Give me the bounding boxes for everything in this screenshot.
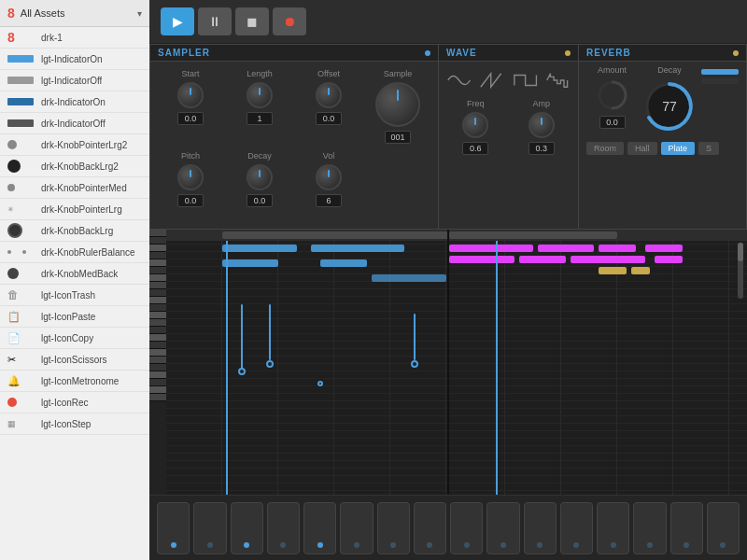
note-block-pink	[449, 245, 533, 252]
pad-12[interactable]	[560, 502, 593, 554]
pad-9[interactable]	[450, 502, 483, 554]
sidebar-item-lgt-iconmetronome[interactable]: 🔔 lgt-IconMetronome	[0, 371, 149, 392]
sidebar-item-drk-indicatoron[interactable]: drk-IndicatorOn	[0, 91, 149, 113]
pad-led-11	[537, 542, 543, 548]
reverb-buttons: Room Hall Plate S	[579, 138, 746, 159]
room-button[interactable]: Room	[586, 142, 624, 155]
pad-2[interactable]	[193, 502, 226, 554]
reverb-header: REVERB	[579, 45, 746, 62]
sidebar-item-lgt-indicatoron[interactable]: lgt-IndicatorOn	[0, 49, 149, 70]
sample-knob[interactable]	[375, 82, 420, 127]
pads-row	[149, 495, 747, 560]
note-handle[interactable]	[238, 368, 246, 375]
square-wave-button[interactable]	[513, 69, 538, 91]
decay-knob[interactable]	[247, 164, 273, 190]
rec-icon	[7, 397, 34, 408]
sidebar-item-lgt-iconpaste[interactable]: 📋 lgt-IconPaste	[0, 306, 149, 328]
saw-wave-button[interactable]	[479, 69, 504, 91]
sidebar-item-drk-knobpointerlrg2[interactable]: drk-KnobPointerLrg2	[0, 134, 149, 156]
sidebar-header[interactable]: 8 All Assets ▾	[0, 0, 149, 27]
length-knob[interactable]	[247, 82, 273, 108]
length-value: 1	[247, 112, 273, 125]
sidebar-item-lgt-indicatoroff[interactable]: lgt-IndicatorOff	[0, 70, 149, 91]
decay-label: Decay	[247, 151, 272, 161]
pad-led-3	[244, 542, 249, 548]
sidebar-item-lgt-iconrec[interactable]: lgt-IconRec	[0, 392, 149, 413]
pad-14[interactable]	[633, 502, 666, 554]
hall-button[interactable]: Hall	[627, 142, 657, 155]
sidebar-label: drk-KnobBackLrg2	[41, 161, 119, 172]
sine-wave-button[interactable]	[446, 69, 472, 91]
sidebar-item-drk-knobpointerlrg[interactable]: ✳ drk-KnobPointerLrg	[0, 199, 149, 220]
sidebar-item-lgt-iconscissors[interactable]: ✂ lgt-IconScissors	[0, 349, 149, 371]
sidebar-item-drk-knobbalance[interactable]: drk-KnobRulerBalance	[0, 242, 149, 263]
note-handle[interactable]	[266, 360, 274, 368]
wave-knobs: Freq 0.6 Amp 0.3	[439, 99, 578, 155]
pad-7[interactable]	[377, 502, 410, 554]
sidebar-label: drk-1	[41, 33, 63, 43]
pad-led-12	[573, 542, 579, 548]
pitch-knob[interactable]	[177, 164, 204, 190]
record-button[interactable]: ⏺	[273, 7, 306, 35]
sidebar-icon-lgt-indicatoroff	[7, 75, 34, 86]
sidebar-item-lgt-iconcopy[interactable]: 📄 lgt-IconCopy	[0, 328, 149, 349]
pad-led-9	[464, 542, 470, 548]
note-handle[interactable]	[317, 381, 323, 386]
vol-value: 6	[316, 194, 342, 207]
stop-button[interactable]: ◼	[235, 7, 269, 35]
start-knob[interactable]	[177, 82, 204, 108]
reverb-panel: REVERB Amount 0.0 Decay	[579, 44, 747, 230]
offset-value: 0.0	[316, 112, 342, 125]
sidebar-item-drk-knobbacklrg[interactable]: drk-KnobBackLrg	[0, 220, 149, 242]
sampler-indicator	[425, 50, 430, 56]
pad-13[interactable]	[597, 502, 629, 554]
pause-button[interactable]: ⏸	[198, 7, 232, 35]
pad-6[interactable]	[340, 502, 373, 554]
pad-11[interactable]	[524, 502, 557, 554]
amp-knob[interactable]	[529, 112, 555, 138]
note-block-pink	[449, 256, 514, 263]
wave-title: WAVE	[446, 48, 565, 58]
roll-grid-left[interactable]	[166, 230, 447, 495]
sidebar-item-drk-knobmedback[interactable]: drk-KnobMedBack	[0, 263, 149, 285]
s-button[interactable]: S	[698, 142, 719, 155]
play-button[interactable]: ▶	[161, 7, 194, 35]
pad-4[interactable]	[267, 502, 300, 554]
pad-15[interactable]	[670, 502, 703, 554]
note-marker	[241, 304, 243, 370]
sample-label: Sample	[384, 69, 413, 78]
pulse-wave-button[interactable]	[545, 69, 571, 91]
scrollbar-thumb-right[interactable]	[738, 243, 743, 261]
start-knob-group: Start 0.0	[158, 69, 223, 144]
pad-1[interactable]	[157, 502, 190, 554]
reverb-title: REVERB	[586, 48, 733, 58]
sidebar-item-drk-1[interactable]: 8 drk-1	[0, 27, 149, 49]
sidebar-title: All Assets	[21, 7, 132, 19]
note-block-pink	[519, 256, 566, 263]
sidebar-item-drk-indicatoroff[interactable]: drk-IndicatorOff	[0, 113, 149, 134]
plate-button[interactable]: Plate	[661, 142, 696, 155]
pad-10[interactable]	[486, 502, 519, 554]
sidebar-item-lgt-icontrash[interactable]: 🗑 lgt-IconTrash	[0, 285, 149, 306]
offset-knob[interactable]	[316, 82, 342, 108]
amount-arc-svg	[596, 78, 629, 112]
pad-8[interactable]	[414, 502, 446, 554]
svg-text:77: 77	[662, 99, 677, 114]
note-block-pink	[645, 245, 683, 252]
pad-led-4	[280, 542, 286, 548]
pad-3[interactable]	[231, 502, 263, 554]
pad-led-8	[427, 542, 432, 548]
freq-knob[interactable]	[462, 112, 488, 138]
decay-knob-group: Decay 0.0	[227, 151, 292, 207]
sidebar-item-drk-knobbacklrg2[interactable]: drk-KnobBackLrg2	[0, 156, 149, 177]
roll-grid-right[interactable]	[449, 230, 747, 495]
vol-knob[interactable]	[316, 164, 342, 190]
note-handle[interactable]	[411, 360, 418, 368]
logo-icon: 8	[7, 6, 15, 21]
pad-16[interactable]	[707, 502, 740, 554]
trash-icon: 🗑	[7, 289, 34, 301]
note-block-gold	[631, 267, 650, 274]
pad-5[interactable]	[303, 502, 336, 554]
sidebar-item-lgt-iconstep[interactable]: ▦ lgt-IconStep	[0, 413, 149, 435]
sidebar-item-drk-knobpointermed[interactable]: drk-KnobPointerMed	[0, 177, 149, 199]
